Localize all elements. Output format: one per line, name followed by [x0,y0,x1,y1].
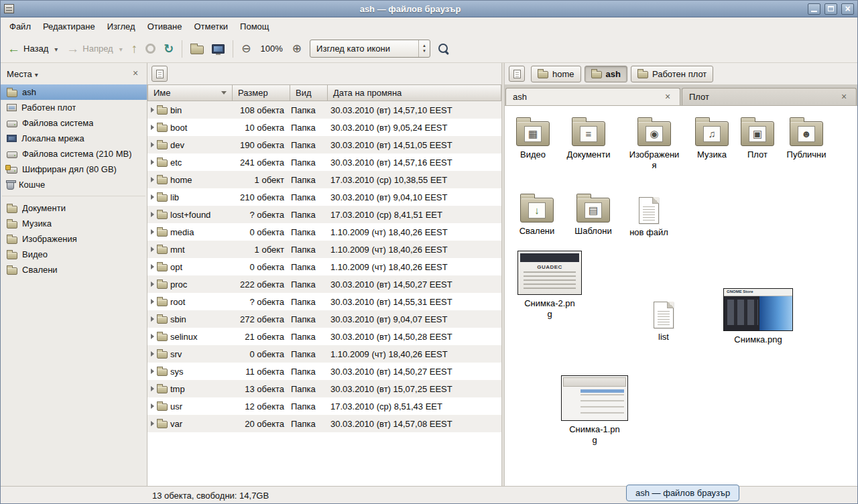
expander-icon[interactable] [151,369,154,374]
sidebar-item[interactable]: Документи [1,200,147,216]
file-icon-item[interactable]: Снимка-1.png [561,375,628,445]
table-row[interactable]: lost+found ? обекта Папка 17.03.2010 (ср… [147,206,501,223]
file-icon-item[interactable]: Шаблони [565,193,621,237]
file-icon-item[interactable]: list [635,299,692,342]
table-row[interactable]: sbin 272 обекта Папка 30.03.2010 (вт) 9,… [147,310,501,328]
expander-icon[interactable] [151,386,154,391]
expander-icon[interactable] [151,299,154,304]
sidebar-item[interactable]: Файлова система (210 MB) [1,146,147,162]
table-row[interactable]: srv 0 обекта Папка 1.10.2009 (чт) 18,40,… [147,345,501,363]
file-icon-item[interactable]: Документи [560,117,617,160]
sidebar-item[interactable]: Видео [1,247,147,262]
menu-item[interactable]: Отиване [141,19,188,34]
path-button[interactable]: home [531,66,581,82]
table-row[interactable]: proc 222 обекта Папка 30.03.2010 (вт) 14… [147,275,501,293]
table-row[interactable]: opt 0 обекта Папка 1.10.2009 (чт) 18,40,… [147,258,501,275]
expander-icon[interactable] [151,351,154,357]
tab-close-icon[interactable] [839,92,849,103]
expander-icon[interactable] [151,194,154,200]
table-row[interactable]: bin 108 обекта Папка 30.03.2010 (вт) 14,… [147,101,501,119]
table-row[interactable]: mnt 1 обект Папка 1.10.2009 (чт) 18,40,2… [147,241,501,258]
table-row[interactable]: home 1 обект Папка 17.03.2010 (ср) 10,38… [147,171,501,188]
expander-icon[interactable] [151,421,154,426]
expander-icon[interactable] [151,107,154,113]
file-icon-item[interactable]: Видео [505,117,561,160]
sidebar-close-icon[interactable] [130,68,141,79]
toggle-location-entry-button[interactable] [151,66,168,82]
menu-item[interactable]: Редактиране [37,19,101,34]
sidebar-item[interactable]: Кошче [1,177,147,192]
file-icon-item[interactable]: Свалени [509,193,565,237]
file-icon-item[interactable]: Плот [729,117,786,160]
expander-icon[interactable] [151,177,154,182]
file-icon-item[interactable]: нов файл [621,194,677,238]
expander-icon[interactable] [151,212,154,217]
sidebar-item[interactable]: Свалени [1,262,147,277]
file-icon-item[interactable]: Изображения [626,117,682,170]
menu-item[interactable]: Отметки [188,19,234,34]
table-row[interactable]: selinux 21 обекта Папка 30.03.2010 (вт) … [147,328,501,345]
expander-icon[interactable] [151,403,154,409]
back-history-dropdown[interactable] [52,40,60,57]
tab[interactable]: Плот [682,88,857,105]
table-row[interactable]: lib 210 обекта Папка 30.03.2010 (вт) 9,0… [147,188,501,206]
sidebar-title[interactable]: Места [7,69,32,79]
expander-icon[interactable] [151,334,154,339]
expander-icon[interactable] [151,281,154,287]
tab[interactable]: ash [505,88,680,105]
path-button[interactable]: Работен плот [631,66,713,82]
close-button[interactable] [841,3,854,15]
column-header-type[interactable]: Вид [290,84,328,101]
sidebar-item[interactable]: Файлова система [1,115,147,131]
file-icon-item[interactable]: GNOME Store Снимка.png [723,288,793,345]
search-button[interactable] [434,40,453,58]
expander-icon[interactable] [151,247,154,252]
tab-close-icon[interactable] [662,92,673,103]
stop-button[interactable] [141,40,160,57]
sidebar-item[interactable]: Музика [1,216,147,231]
sidebar-item[interactable]: Локална мрежа [1,131,147,146]
minimize-button[interactable] [808,3,820,15]
titlebar[interactable]: ash — файлов браузър [1,1,857,17]
table-row[interactable]: media 0 обекта Папка 1.10.2009 (чт) 18,4… [147,223,501,241]
menu-item[interactable]: Изглед [101,19,141,34]
column-header-date[interactable]: Дата на промяна [328,84,501,101]
table-row[interactable]: var 20 обекта Папка 30.03.2010 (вт) 14,5… [147,415,501,432]
home-button[interactable] [186,40,208,58]
column-header-name[interactable]: Име [147,84,233,101]
forward-button[interactable]: Напред [62,39,117,58]
expander-icon[interactable] [151,229,154,235]
zoom-in-button[interactable] [288,40,306,58]
table-row[interactable]: usr 12 обекта Папка 17.03.2010 (ср) 8,51… [147,397,501,415]
expander-icon[interactable] [151,160,154,165]
sidebar-item[interactable]: Шифриран дял (80 GB) [1,162,147,177]
computer-button[interactable] [208,41,229,57]
up-button[interactable] [127,39,142,58]
forward-history-dropdown[interactable] [117,40,125,57]
table-row[interactable]: etc 241 обекта Папка 30.03.2010 (вт) 14,… [147,153,501,171]
back-button[interactable]: Назад [3,39,52,58]
zoom-out-button[interactable] [237,40,255,58]
sidebar-item[interactable]: Работен плот [1,100,147,115]
table-row[interactable]: tmp 13 обекта Папка 30.03.2010 (вт) 15,0… [147,380,501,397]
path-button[interactable]: ash [585,66,627,82]
expander-icon[interactable] [151,142,154,147]
view-mode-select[interactable]: Изглед като икони [310,40,430,58]
maximize-button[interactable] [824,3,837,15]
table-row[interactable]: boot 10 обекта Папка 30.03.2010 (вт) 9,0… [147,119,501,136]
reload-button[interactable] [160,40,178,58]
column-header-size[interactable]: Размер [233,84,290,101]
file-icon-item[interactable]: Публични [778,117,835,160]
table-row[interactable]: root ? обекта Папка 30.03.2010 (вт) 14,5… [147,293,501,310]
expander-icon[interactable] [151,125,154,130]
expander-icon[interactable] [151,316,154,322]
toggle-location-entry-button[interactable] [509,66,525,82]
table-row[interactable]: sys 11 обекта Папка 30.03.2010 (вт) 14,5… [147,363,501,380]
menu-item[interactable]: Файл [3,19,37,34]
expander-icon[interactable] [151,264,154,269]
menu-item[interactable]: Помощ [234,19,275,34]
table-row[interactable]: dev 190 обекта Папка 30.03.2010 (вт) 14,… [147,136,501,153]
file-icon-item[interactable]: GUADEC Снимка-2.png [515,251,585,319]
sidebar-item[interactable]: Изображения [1,231,147,247]
sidebar-item[interactable]: ash [1,84,147,100]
